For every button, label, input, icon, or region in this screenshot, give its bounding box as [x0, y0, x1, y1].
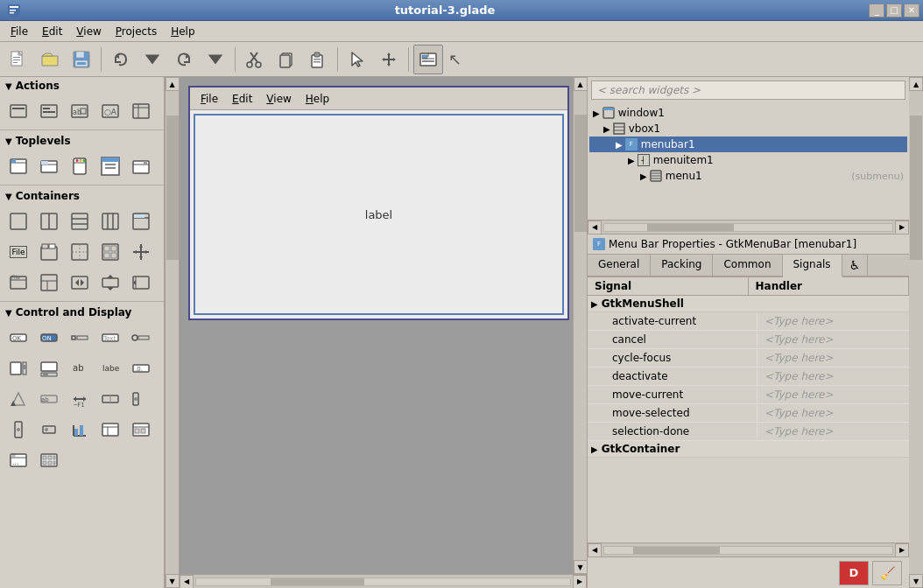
container-btn-5[interactable]: [126, 206, 156, 236]
signals-scroll-left[interactable]: ◀: [588, 543, 602, 557]
canvas-scroll-down[interactable]: ▼: [574, 560, 588, 574]
undo-dropdown-button[interactable]: [137, 45, 167, 74]
control-display-section-header[interactable]: ▼ Control and Display: [0, 304, 164, 321]
tree-item-menubar1[interactable]: ▶ F menubar1: [589, 136, 907, 152]
ctrl-btn-2[interactable]: ON: [34, 323, 64, 353]
toplevel-btn-5[interactable]: [126, 151, 156, 181]
ctrl-btn-4[interactable]: Text: [95, 323, 125, 353]
tab-signals[interactable]: Signals: [783, 255, 842, 277]
container-btn-4[interactable]: [95, 206, 125, 236]
canvas-edit-menu[interactable]: Edit: [225, 91, 259, 107]
tree-scroll-right[interactable]: ▶: [895, 220, 909, 234]
container-btn-11[interactable]: File: [4, 268, 33, 298]
ctrl-btn-10[interactable]: .0.: [126, 354, 156, 383]
signal-handler-cycle-focus[interactable]: <Type here>: [757, 349, 909, 367]
ctrl-btn-7[interactable]: [34, 354, 64, 383]
signal-handler-deactivate[interactable]: <Type here>: [757, 368, 909, 385]
menu-view[interactable]: View: [69, 24, 108, 39]
toplevel-btn-4[interactable]: [95, 151, 125, 181]
toplevel-btn-2[interactable]: [34, 151, 64, 181]
tree-scrollbar-track[interactable]: [603, 223, 893, 232]
menu-file[interactable]: File: [4, 24, 35, 39]
ctrl-btn-6[interactable]: [4, 354, 33, 383]
scrollbar-thumb[interactable]: [166, 116, 179, 261]
tree-item-menu1[interactable]: ▶ menu1 (submenu): [589, 168, 907, 184]
container-btn-9[interactable]: [95, 237, 125, 267]
scrollbar-up-btn[interactable]: ▲: [166, 77, 180, 91]
copy-button[interactable]: [271, 45, 301, 74]
ctrl-btn-5[interactable]: [126, 323, 156, 353]
tree-scrollbar-thumb[interactable]: [647, 224, 734, 231]
container-btn-1[interactable]: [4, 206, 33, 236]
tree-h-scrollbar[interactable]: ◀ ▶: [588, 220, 909, 234]
signals-scrollbar-track[interactable]: [603, 546, 893, 555]
cut-button[interactable]: [240, 45, 270, 74]
signals-h-scrollbar[interactable]: ◀ ▶: [588, 542, 909, 556]
save-button[interactable]: [67, 45, 96, 74]
ctrl-btn-3[interactable]: [65, 323, 95, 353]
redo-dropdown-button[interactable]: [201, 45, 230, 74]
canvas-v-scrollbar-thumb[interactable]: [574, 115, 587, 232]
redo-button[interactable]: [169, 45, 199, 74]
ctrl-btn-20[interactable]: [126, 415, 156, 444]
canvas-h-scrollbar[interactable]: ◀ ▶: [180, 574, 587, 588]
signal-row-move-current[interactable]: move-current <Type here>: [588, 386, 909, 404]
select-button[interactable]: [342, 45, 372, 74]
search-widgets-bar[interactable]: < search widgets >: [591, 80, 905, 100]
widget-btn-5[interactable]: [126, 96, 156, 126]
container-btn-12[interactable]: [34, 268, 64, 298]
container-btn-6[interactable]: File: [4, 237, 33, 267]
signal-row-cycle-focus[interactable]: cycle-focus <Type here>: [588, 349, 909, 368]
delete-button[interactable]: D: [839, 561, 869, 585]
canvas-view-menu[interactable]: View: [259, 91, 298, 107]
tab-general[interactable]: General: [588, 255, 651, 276]
signal-row-activate-current[interactable]: activate-current <Type here>: [588, 312, 909, 331]
right-scrollbar-up-btn[interactable]: ▲: [909, 77, 923, 91]
ctrl-btn-19[interactable]: [95, 415, 125, 444]
ctrl-btn-1[interactable]: OK: [4, 323, 33, 353]
toplevel-btn-1[interactable]: [4, 151, 33, 181]
canvas-scrollbar-track[interactable]: [195, 578, 571, 586]
container-btn-2[interactable]: [34, 206, 64, 236]
scrollbar-track[interactable]: [166, 91, 179, 574]
signal-handler-move-current[interactable]: <Type here>: [757, 386, 909, 403]
right-panel-scrollbar[interactable]: ▲ ▼: [909, 77, 923, 588]
toplevels-section-header[interactable]: ▼ Toplevels: [0, 132, 164, 150]
signal-group-header-gtkcontainer[interactable]: ▶ GtkContainer: [588, 441, 909, 458]
signal-group-gtkcontainer[interactable]: ▶ GtkContainer: [588, 441, 909, 458]
container-btn-10[interactable]: [126, 237, 156, 267]
close-button[interactable]: ✕: [904, 4, 919, 18]
open-button[interactable]: [35, 45, 65, 74]
canvas-scroll-up[interactable]: ▲: [574, 77, 588, 91]
canvas-help-menu[interactable]: Help: [299, 91, 336, 107]
minimize-button[interactable]: _: [869, 4, 884, 18]
move-button[interactable]: [374, 45, 404, 74]
ctrl-btn-14[interactable]: [95, 384, 125, 414]
menu-help[interactable]: Help: [164, 24, 201, 39]
container-btn-7[interactable]: [34, 237, 64, 267]
actions-section-header[interactable]: ▼ Actions: [0, 77, 164, 94]
ctrl-btn-9[interactable]: label: [95, 354, 125, 383]
right-scrollbar-thumb[interactable]: [910, 116, 922, 261]
signal-handler-activate-current[interactable]: <Type here>: [757, 312, 909, 330]
widget-btn-4[interactable]: ○A: [95, 96, 125, 126]
menu-projects[interactable]: Projects: [109, 24, 164, 39]
canvas-scrollbar-thumb[interactable]: [271, 578, 364, 585]
signal-handler-move-selected[interactable]: <Type here>: [757, 404, 909, 422]
menu-edit[interactable]: Edit: [35, 24, 69, 39]
container-btn-3[interactable]: [65, 206, 95, 236]
signal-row-move-selected[interactable]: move-selected <Type here>: [588, 404, 909, 423]
tree-scroll-left[interactable]: ◀: [588, 220, 602, 234]
ctrl-btn-21[interactable]: ≡...: [4, 445, 33, 475]
tab-accessibility[interactable]: ♿: [842, 255, 869, 276]
signal-row-selection-done[interactable]: selection-done <Type here>: [588, 423, 909, 441]
toplevel-btn-3[interactable]: [65, 151, 95, 181]
maximize-button[interactable]: □: [886, 4, 902, 18]
signal-row-deactivate[interactable]: deactivate <Type here>: [588, 368, 909, 386]
signal-handler-cancel[interactable]: <Type here>: [757, 331, 909, 348]
signal-group-header-gtkmemenushell[interactable]: ▶ GtkMenuShell: [588, 296, 909, 312]
ctrl-btn-15[interactable]: [126, 384, 156, 414]
canvas-v-scrollbar[interactable]: ▲ ▼: [573, 77, 587, 574]
tree-item-vbox1[interactable]: ▶ vbox1: [589, 121, 907, 136]
widget-btn-1[interactable]: [4, 96, 33, 126]
